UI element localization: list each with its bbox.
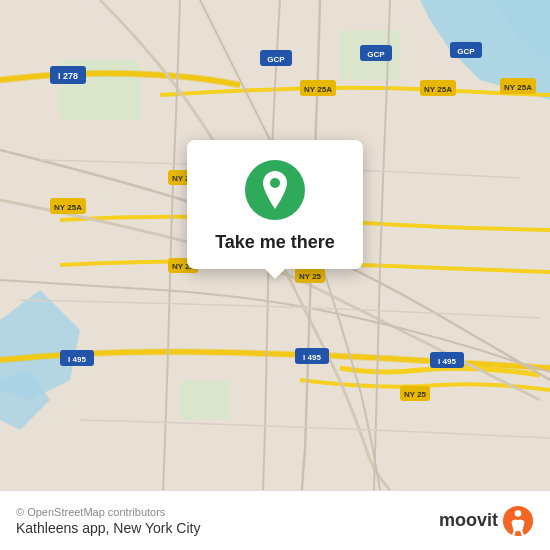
moovit-icon [502,505,534,537]
svg-text:GCP: GCP [367,50,385,59]
location-pin-icon [259,171,291,209]
bottom-bar: © OpenStreetMap contributors Kathleens a… [0,490,550,550]
moovit-logo: moovit [439,505,534,537]
svg-text:NY 25: NY 25 [404,390,427,399]
app-name: Kathleens app, New York City [16,520,200,536]
map-container: I 278 GCP GCP GCP NY 25A NY 25A NY 25A N… [0,0,550,490]
app-info: © OpenStreetMap contributors Kathleens a… [16,506,200,536]
svg-rect-7 [180,380,230,420]
svg-text:I 495: I 495 [303,353,321,362]
svg-text:NY 25A: NY 25A [304,85,332,94]
svg-text:I 495: I 495 [438,357,456,366]
svg-point-38 [270,178,280,188]
svg-text:I 278: I 278 [58,71,78,81]
svg-text:GCP: GCP [267,55,285,64]
moovit-logo-text: moovit [439,510,498,531]
svg-text:I 495: I 495 [68,355,86,364]
svg-text:NY 25A: NY 25A [54,203,82,212]
svg-text:NY 25A: NY 25A [504,83,532,92]
svg-text:NY 25: NY 25 [299,272,322,281]
take-me-there-button[interactable]: Take me there [215,232,335,253]
svg-text:GCP: GCP [457,47,475,56]
svg-point-40 [515,510,522,517]
pin-circle [245,160,305,220]
svg-text:NY 25A: NY 25A [424,85,452,94]
copyright-text: © OpenStreetMap contributors [16,506,200,518]
popup-card: Take me there [187,140,363,269]
